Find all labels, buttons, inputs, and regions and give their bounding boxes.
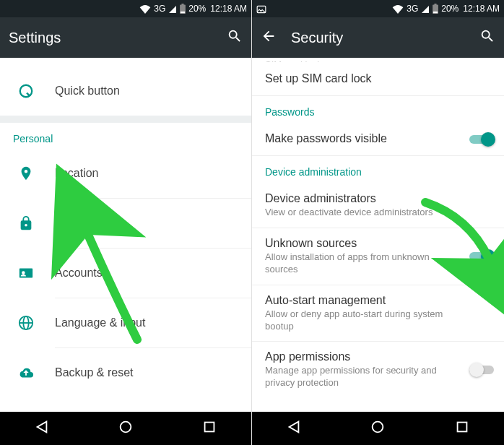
toggle-app-permissions[interactable] bbox=[469, 363, 495, 377]
svg-point-10 bbox=[373, 422, 383, 433]
battery-percent: 20% bbox=[188, 4, 206, 14]
row-language[interactable]: Language & input bbox=[0, 298, 251, 347]
back-icon[interactable] bbox=[261, 28, 277, 47]
wifi-icon bbox=[139, 4, 151, 14]
section-personal: Personal bbox=[0, 123, 251, 149]
search-icon[interactable] bbox=[479, 28, 495, 47]
row-label: Accounts bbox=[55, 267, 103, 280]
row-title: Set up SIM card lock bbox=[265, 72, 461, 85]
row-unknown-sources[interactable]: Unknown sources Allow installation of ap… bbox=[252, 228, 504, 285]
row-backup[interactable]: Backup & reset bbox=[0, 348, 251, 397]
row-password-visible[interactable]: Make passwords visible bbox=[252, 124, 504, 156]
toggle-unknown-sources[interactable] bbox=[469, 249, 495, 264]
backup-icon bbox=[16, 363, 36, 383]
network-label: 3G bbox=[407, 4, 418, 14]
home-nav-icon[interactable] bbox=[118, 419, 134, 438]
cutoff-section: SIM card lock bbox=[252, 58, 504, 64]
row-autostart[interactable]: Auto-start management Allow or deny app … bbox=[252, 285, 504, 342]
security-list: SIM card lock Set up SIM card lock Passw… bbox=[252, 58, 504, 412]
page-title: Settings bbox=[9, 30, 212, 46]
app-bar: Security bbox=[252, 17, 504, 58]
network-label: 3G bbox=[154, 4, 165, 14]
section-device-admin: Device administration bbox=[252, 156, 504, 183]
clock: 12:18 AM bbox=[463, 4, 500, 14]
navigation-bar bbox=[252, 412, 504, 445]
battery-icon bbox=[433, 4, 438, 14]
recents-nav-icon[interactable] bbox=[454, 419, 470, 438]
row-title: Device administrators bbox=[265, 192, 461, 205]
svg-point-1 bbox=[20, 85, 32, 98]
wifi-icon bbox=[392, 4, 404, 14]
section-passwords: Passwords bbox=[252, 96, 504, 124]
row-sim-lock[interactable]: Set up SIM card lock bbox=[252, 64, 504, 96]
screenshot-icon bbox=[256, 4, 266, 14]
signal-icon bbox=[168, 4, 177, 14]
row-label: Security bbox=[55, 217, 97, 230]
security-screen: 3G 20% 12:18 AM Security SIM card lock S… bbox=[252, 0, 504, 445]
status-bar: 3G 20% 12:18 AM bbox=[0, 0, 251, 17]
row-label: Location bbox=[55, 167, 99, 180]
back-nav-icon[interactable] bbox=[286, 419, 302, 438]
clock: 12:18 AM bbox=[210, 4, 247, 14]
svg-rect-9 bbox=[433, 12, 438, 13]
row-title: App permissions bbox=[265, 350, 461, 363]
row-title: Auto-start management bbox=[265, 294, 461, 307]
battery-icon bbox=[180, 4, 186, 14]
accounts-icon bbox=[16, 263, 36, 283]
row-subtitle: View or deactivate device administrators bbox=[265, 207, 461, 219]
row-label: Backup & reset bbox=[55, 366, 134, 379]
globe-icon bbox=[16, 313, 36, 333]
row-device-admins[interactable]: Device administrators View or deactivate… bbox=[252, 183, 504, 228]
battery-percent: 20% bbox=[441, 4, 459, 14]
quick-icon bbox=[16, 81, 36, 101]
recents-nav-icon[interactable] bbox=[201, 419, 217, 438]
home-nav-icon[interactable] bbox=[370, 419, 386, 438]
svg-rect-0 bbox=[181, 12, 185, 13]
divider bbox=[0, 116, 251, 123]
lock-icon bbox=[16, 213, 36, 233]
page-title: Security bbox=[291, 30, 465, 46]
app-bar: Settings bbox=[0, 17, 251, 58]
back-nav-icon[interactable] bbox=[34, 419, 50, 438]
row-title: Make passwords visible bbox=[265, 132, 461, 145]
signal-icon bbox=[421, 4, 430, 14]
svg-rect-7 bbox=[205, 423, 214, 432]
row-security[interactable]: Security bbox=[0, 199, 251, 248]
svg-point-6 bbox=[121, 422, 131, 433]
settings-screen: 3G 20% 12:18 AM Settings Quick button Pe… bbox=[0, 0, 252, 445]
row-title: Unknown sources bbox=[265, 237, 461, 250]
settings-list: Quick button Personal Location Security … bbox=[0, 58, 251, 412]
navigation-bar bbox=[0, 412, 251, 445]
row-label: Language & input bbox=[55, 316, 145, 329]
row-accounts[interactable]: Accounts bbox=[0, 249, 251, 298]
row-quick-button[interactable]: Quick button bbox=[0, 66, 251, 116]
row-subtitle: Allow or deny app auto-start during syst… bbox=[265, 308, 461, 333]
row-app-permissions[interactable]: App permissions Manage app permissions f… bbox=[252, 342, 504, 398]
svg-rect-11 bbox=[457, 423, 466, 432]
row-label: Quick button bbox=[55, 85, 120, 98]
toggle-password-visible[interactable] bbox=[469, 132, 495, 147]
location-icon bbox=[16, 163, 36, 183]
row-location[interactable]: Location bbox=[0, 149, 251, 198]
search-icon[interactable] bbox=[227, 28, 243, 47]
status-bar: 3G 20% 12:18 AM bbox=[252, 0, 504, 17]
row-subtitle: Allow installation of apps from unknown … bbox=[265, 251, 461, 276]
row-subtitle: Manage app permissions for security and … bbox=[265, 365, 461, 389]
